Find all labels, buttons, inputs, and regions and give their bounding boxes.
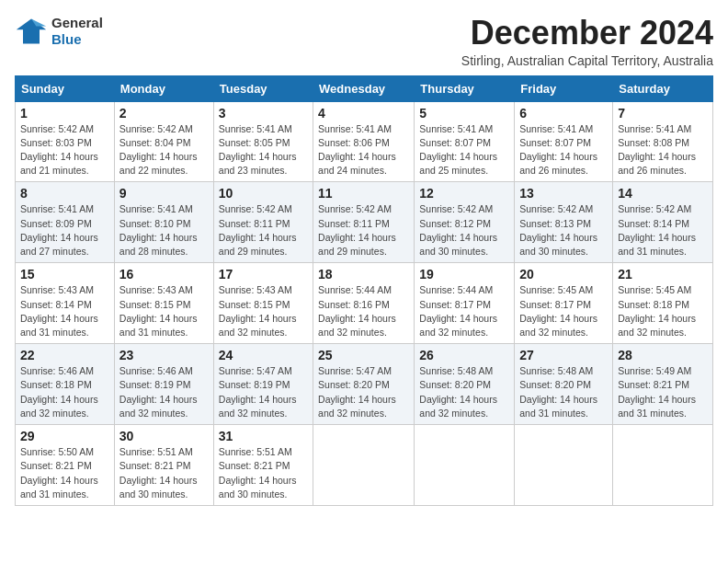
calendar-cell: 30 Sunrise: 5:51 AMSunset: 8:21 PMDaylig… [114, 425, 213, 506]
calendar-cell [613, 425, 713, 506]
calendar-cell [515, 425, 613, 506]
day-number: 28 [618, 348, 708, 362]
calendar-week-1: 1 Sunrise: 5:42 AMSunset: 8:03 PMDayligh… [16, 101, 713, 182]
calendar-cell: 9 Sunrise: 5:41 AMSunset: 8:10 PMDayligh… [114, 182, 213, 263]
weekday-thursday: Thursday [415, 75, 515, 101]
calendar-week-4: 22 Sunrise: 5:46 AMSunset: 8:18 PMDaylig… [16, 344, 713, 425]
weekday-tuesday: Tuesday [213, 75, 313, 101]
day-info: Sunrise: 5:41 AMSunset: 8:09 PMDaylight:… [20, 202, 109, 259]
calendar-cell: 19 Sunrise: 5:44 AMSunset: 8:17 PMDaylig… [415, 263, 515, 344]
calendar-cell: 2 Sunrise: 5:42 AMSunset: 8:04 PMDayligh… [114, 101, 213, 182]
day-info: Sunrise: 5:49 AMSunset: 8:21 PMDaylight:… [618, 364, 708, 420]
weekday-header-row: SundayMondayTuesdayWednesdayThursdayFrid… [16, 75, 713, 101]
calendar-cell: 28 Sunrise: 5:49 AMSunset: 8:21 PMDaylig… [613, 344, 713, 425]
day-number: 13 [519, 186, 608, 201]
day-info: Sunrise: 5:42 AMSunset: 8:11 PMDaylight:… [318, 202, 409, 259]
weekday-saturday: Saturday [613, 75, 713, 101]
calendar-cell: 27 Sunrise: 5:48 AMSunset: 8:20 PMDaylig… [515, 344, 613, 425]
month-title: December 2024 [461, 15, 713, 52]
day-info: Sunrise: 5:51 AMSunset: 8:21 PMDaylight:… [119, 445, 209, 501]
calendar-cell: 14 Sunrise: 5:42 AMSunset: 8:14 PMDaylig… [613, 182, 713, 263]
day-number: 22 [20, 348, 109, 362]
day-info: Sunrise: 5:43 AMSunset: 8:15 PMDaylight:… [119, 283, 209, 339]
calendar-cell: 21 Sunrise: 5:45 AMSunset: 8:18 PMDaylig… [613, 263, 713, 344]
day-number: 29 [20, 429, 109, 443]
weekday-wednesday: Wednesday [313, 75, 415, 101]
day-number: 26 [419, 348, 509, 362]
weekday-monday: Monday [114, 75, 213, 101]
logo-text: General Blue [51, 15, 103, 48]
calendar-cell: 29 Sunrise: 5:50 AMSunset: 8:21 PMDaylig… [16, 425, 115, 506]
calendar-cell: 25 Sunrise: 5:47 AMSunset: 8:20 PMDaylig… [313, 344, 415, 425]
day-info: Sunrise: 5:46 AMSunset: 8:19 PMDaylight:… [119, 364, 209, 420]
day-info: Sunrise: 5:47 AMSunset: 8:19 PMDaylight:… [219, 364, 308, 420]
calendar-cell: 20 Sunrise: 5:45 AMSunset: 8:17 PMDaylig… [515, 263, 613, 344]
day-info: Sunrise: 5:41 AMSunset: 8:08 PMDaylight:… [618, 122, 708, 178]
calendar-cell: 17 Sunrise: 5:43 AMSunset: 8:15 PMDaylig… [213, 263, 313, 344]
day-info: Sunrise: 5:41 AMSunset: 8:06 PMDaylight:… [318, 122, 409, 178]
day-number: 12 [419, 186, 509, 201]
calendar-cell: 18 Sunrise: 5:44 AMSunset: 8:16 PMDaylig… [313, 263, 415, 344]
day-number: 3 [219, 106, 308, 121]
calendar-cell: 16 Sunrise: 5:43 AMSunset: 8:15 PMDaylig… [114, 263, 213, 344]
page-header: General Blue December 2024 Stirling, Aus… [15, 15, 713, 68]
day-number: 4 [318, 106, 409, 121]
day-number: 25 [318, 348, 409, 362]
day-info: Sunrise: 5:42 AMSunset: 8:11 PMDaylight:… [219, 202, 308, 259]
day-info: Sunrise: 5:44 AMSunset: 8:17 PMDaylight:… [419, 283, 509, 339]
day-number: 9 [119, 186, 209, 201]
calendar-cell: 23 Sunrise: 5:46 AMSunset: 8:19 PMDaylig… [114, 344, 213, 425]
calendar-cell [415, 425, 515, 506]
day-number: 20 [519, 267, 608, 282]
day-number: 7 [618, 106, 708, 121]
day-info: Sunrise: 5:41 AMSunset: 8:07 PMDaylight:… [519, 122, 608, 178]
day-number: 11 [318, 186, 409, 201]
calendar-table: SundayMondayTuesdayWednesdayThursdayFrid… [15, 75, 713, 506]
calendar-cell: 22 Sunrise: 5:46 AMSunset: 8:18 PMDaylig… [16, 344, 115, 425]
calendar-cell: 26 Sunrise: 5:48 AMSunset: 8:20 PMDaylig… [415, 344, 515, 425]
day-number: 18 [318, 267, 409, 282]
calendar-cell: 8 Sunrise: 5:41 AMSunset: 8:09 PMDayligh… [16, 182, 115, 263]
calendar-cell: 10 Sunrise: 5:42 AMSunset: 8:11 PMDaylig… [213, 182, 313, 263]
day-number: 19 [419, 267, 509, 282]
location-title: Stirling, Australian Capital Territory, … [461, 53, 713, 68]
calendar-cell: 15 Sunrise: 5:43 AMSunset: 8:14 PMDaylig… [16, 263, 115, 344]
day-info: Sunrise: 5:45 AMSunset: 8:17 PMDaylight:… [519, 283, 608, 339]
day-info: Sunrise: 5:43 AMSunset: 8:14 PMDaylight:… [20, 283, 109, 339]
logo-icon [15, 15, 48, 48]
calendar-cell: 3 Sunrise: 5:41 AMSunset: 8:05 PMDayligh… [213, 101, 313, 182]
day-number: 14 [618, 186, 708, 201]
day-number: 2 [119, 106, 209, 121]
calendar-cell: 11 Sunrise: 5:42 AMSunset: 8:11 PMDaylig… [313, 182, 415, 263]
day-info: Sunrise: 5:48 AMSunset: 8:20 PMDaylight:… [519, 364, 608, 420]
calendar-cell: 24 Sunrise: 5:47 AMSunset: 8:19 PMDaylig… [213, 344, 313, 425]
day-number: 8 [20, 186, 109, 201]
day-info: Sunrise: 5:42 AMSunset: 8:14 PMDaylight:… [618, 202, 708, 259]
weekday-friday: Friday [515, 75, 613, 101]
day-number: 27 [519, 348, 608, 362]
day-info: Sunrise: 5:44 AMSunset: 8:16 PMDaylight:… [318, 283, 409, 339]
day-info: Sunrise: 5:42 AMSunset: 8:13 PMDaylight:… [519, 202, 608, 259]
day-info: Sunrise: 5:46 AMSunset: 8:18 PMDaylight:… [20, 364, 109, 420]
day-info: Sunrise: 5:42 AMSunset: 8:04 PMDaylight:… [119, 122, 209, 178]
day-number: 30 [119, 429, 209, 443]
title-area: December 2024 Stirling, Australian Capit… [461, 15, 713, 68]
day-number: 5 [419, 106, 509, 121]
day-info: Sunrise: 5:41 AMSunset: 8:10 PMDaylight:… [119, 202, 209, 259]
day-number: 17 [219, 267, 308, 282]
calendar-cell: 5 Sunrise: 5:41 AMSunset: 8:07 PMDayligh… [415, 101, 515, 182]
day-info: Sunrise: 5:41 AMSunset: 8:07 PMDaylight:… [419, 122, 509, 178]
calendar-cell: 6 Sunrise: 5:41 AMSunset: 8:07 PMDayligh… [515, 101, 613, 182]
logo: General Blue [15, 15, 103, 48]
day-info: Sunrise: 5:48 AMSunset: 8:20 PMDaylight:… [419, 364, 509, 420]
calendar-week-3: 15 Sunrise: 5:43 AMSunset: 8:14 PMDaylig… [16, 263, 713, 344]
day-info: Sunrise: 5:45 AMSunset: 8:18 PMDaylight:… [618, 283, 708, 339]
day-info: Sunrise: 5:42 AMSunset: 8:12 PMDaylight:… [419, 202, 509, 259]
day-info: Sunrise: 5:47 AMSunset: 8:20 PMDaylight:… [318, 364, 409, 420]
day-number: 31 [219, 429, 308, 443]
calendar-cell: 13 Sunrise: 5:42 AMSunset: 8:13 PMDaylig… [515, 182, 613, 263]
day-info: Sunrise: 5:43 AMSunset: 8:15 PMDaylight:… [219, 283, 308, 339]
calendar-cell: 31 Sunrise: 5:51 AMSunset: 8:21 PMDaylig… [213, 425, 313, 506]
day-number: 16 [119, 267, 209, 282]
calendar-week-2: 8 Sunrise: 5:41 AMSunset: 8:09 PMDayligh… [16, 182, 713, 263]
